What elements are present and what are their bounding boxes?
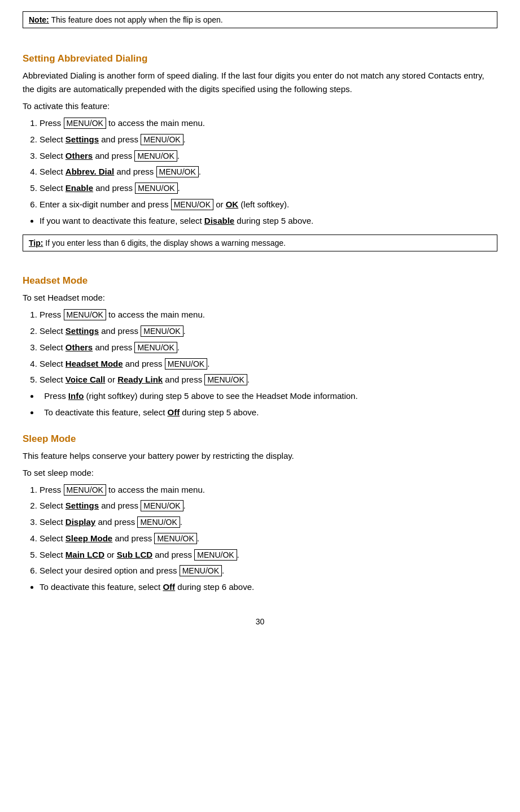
- others-label: Others: [65, 342, 93, 352]
- list-item: Press Info (right softkey) during step 5…: [40, 389, 497, 403]
- info-label: Info: [68, 391, 84, 401]
- list-item: Select Others and press MENU/OK.: [40, 149, 497, 163]
- list-item: Select your desired option and press MEN…: [40, 564, 497, 578]
- tip-label: Tip:: [29, 238, 43, 247]
- settings-label: Settings: [65, 326, 99, 336]
- list-item: Enter a six-digit number and press MENU/…: [40, 198, 497, 212]
- headset-mode-intro: To set Headset mode:: [23, 291, 497, 305]
- settings-label: Settings: [65, 134, 99, 144]
- ok-label: OK: [226, 199, 239, 209]
- list-item: Press MENU/OK to access the main menu.: [40, 308, 497, 322]
- headset-mode-label: Headset Mode: [65, 359, 123, 368]
- abbreviated-dialing-bullets: If you want to deactivate this feature, …: [40, 214, 497, 228]
- list-item: Press MENU/OK to access the main menu.: [40, 483, 497, 497]
- abbreviated-dialing-section: Setting Abbreviated Dialing Abbreviated …: [23, 53, 497, 262]
- menu-ok-box: MENU/OK: [156, 166, 199, 177]
- list-item: Select Headset Mode and press MENU/OK.: [40, 357, 497, 371]
- list-item: Press MENU/OK to access the main menu.: [40, 116, 497, 131]
- menu-ok-box: MENU/OK: [137, 516, 180, 528]
- voice-call-label: Voice Call: [65, 375, 106, 384]
- menu-ok-box: MENU/OK: [154, 533, 196, 544]
- list-item: Select Others and press MENU/OK.: [40, 341, 497, 355]
- off-label: Off: [163, 582, 175, 592]
- sleep-mode-label: Sleep Mode: [65, 533, 112, 543]
- list-item: Select Main LCD or Sub LCD and press MEN…: [40, 548, 497, 562]
- disable-label: Disable: [204, 216, 234, 225]
- menu-ok-box: MENU/OK: [134, 150, 177, 162]
- menu-ok-box: MENU/OK: [135, 183, 177, 194]
- headset-mode-steps: Press MENU/OK to access the main menu. S…: [40, 308, 497, 387]
- sleep-mode-intro: This feature helps conserve your battery…: [23, 449, 497, 463]
- list-item: Select Sleep Mode and press MENU/OK.: [40, 532, 497, 546]
- note-box: Note: This feature does not apply when t…: [23, 11, 497, 28]
- page-number: 30: [23, 617, 497, 626]
- list-item: Select Settings and press MENU/OK.: [40, 324, 497, 338]
- menu-ok-box: MENU/OK: [171, 199, 213, 210]
- sleep-mode-section: Sleep Mode This feature helps conserve y…: [23, 433, 497, 594]
- list-item: Select Settings and press MENU/OK.: [40, 499, 497, 513]
- menu-ok-box: MENU/OK: [141, 325, 183, 337]
- others-label: Others: [65, 151, 93, 160]
- menu-ok-box: MENU/OK: [194, 549, 237, 561]
- sub-lcd-label: Sub LCD: [117, 550, 152, 559]
- menu-ok-box: MENU/OK: [64, 118, 106, 129]
- menu-ok-box: MENU/OK: [180, 565, 222, 576]
- menu-ok-box: MENU/OK: [141, 134, 183, 145]
- abbreviated-dialing-intro: Abbreviated Dialing is another form of s…: [23, 69, 497, 96]
- list-item: Select Enable and press MENU/OK.: [40, 181, 497, 196]
- headset-mode-title: Headset Mode: [23, 275, 497, 286]
- list-item: Select Settings and press MENU/OK.: [40, 133, 497, 147]
- settings-label: Settings: [65, 501, 99, 510]
- display-label: Display: [65, 517, 95, 527]
- menu-ok-box: MENU/OK: [64, 484, 106, 496]
- list-item: Select Abbrev. Dial and press MENU/OK.: [40, 165, 497, 179]
- headset-mode-bullets: Press Info (right softkey) during step 5…: [40, 389, 497, 420]
- abbreviated-dialing-steps: Press MENU/OK to access the main menu. S…: [40, 116, 497, 212]
- menu-ok-box: MENU/OK: [141, 500, 183, 511]
- menu-ok-box: MENU/OK: [134, 342, 177, 353]
- menu-ok-box: MENU/OK: [204, 374, 247, 385]
- sleep-mode-steps: Press MENU/OK to access the main menu. S…: [40, 483, 497, 579]
- sleep-mode-title: Sleep Mode: [23, 433, 497, 445]
- off-label: Off: [168, 407, 180, 417]
- tip-text: If you enter less than 6 digits, the dis…: [43, 238, 286, 247]
- tip-box: Tip: If you enter less than 6 digits, th…: [23, 235, 497, 251]
- note-text: This feature does not apply when the fli…: [49, 15, 223, 24]
- main-lcd-label: Main LCD: [65, 550, 104, 559]
- abbreviated-dialing-title: Setting Abbreviated Dialing: [23, 53, 497, 64]
- list-item: To deactivate this feature, select Off d…: [40, 406, 497, 420]
- list-item: To deactivate this feature, select Off d…: [40, 580, 497, 594]
- list-item: If you want to deactivate this feature, …: [40, 214, 497, 228]
- headset-mode-section: Headset Mode To set Headset mode: Press …: [23, 275, 497, 419]
- note-label: Note:: [29, 15, 49, 24]
- abbrev-dial-label: Abbrev. Dial: [65, 167, 114, 176]
- menu-ok-box: MENU/OK: [165, 358, 207, 370]
- sleep-mode-bullets: To deactivate this feature, select Off d…: [40, 580, 497, 594]
- ready-link-label: Ready Link: [117, 375, 163, 384]
- menu-ok-box: MENU/OK: [64, 309, 106, 320]
- list-item: Select Display and press MENU/OK.: [40, 515, 497, 529]
- sleep-mode-activate-label: To set sleep mode:: [23, 466, 497, 480]
- abbreviated-dialing-activate-label: To activate this feature:: [23, 99, 497, 113]
- enable-label: Enable: [65, 183, 93, 193]
- list-item: Select Voice Call or Ready Link and pres…: [40, 373, 497, 387]
